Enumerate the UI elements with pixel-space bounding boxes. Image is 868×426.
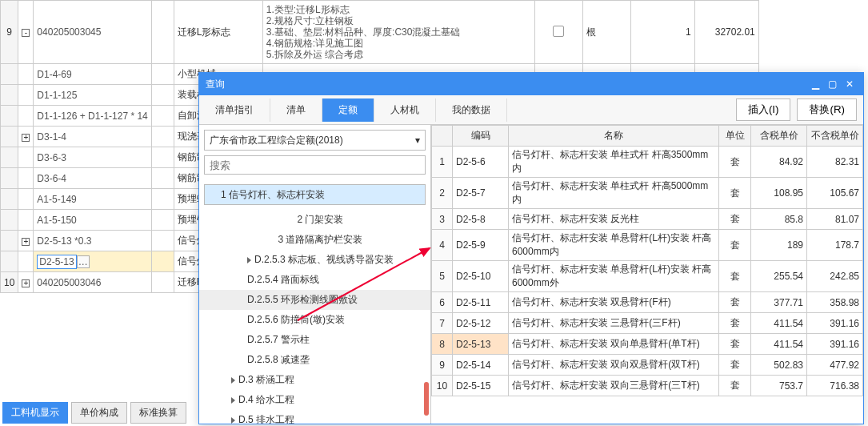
col-header[interactable]: 含税单价 bbox=[751, 126, 807, 147]
modal-tabs: 清单指引 清单 定额 人材机 我的数据 插入(I) 替换(R) bbox=[199, 95, 863, 125]
expand-arrow-icon bbox=[247, 257, 251, 263]
col-header[interactable]: 编码 bbox=[453, 126, 509, 147]
tree-item[interactable]: D.4 给水工程 bbox=[199, 390, 430, 410]
tree-item[interactable]: D.5 排水工程 bbox=[199, 410, 430, 424]
collapse-icon[interactable]: - bbox=[22, 29, 30, 37]
tab-rcj[interactable]: 人材机 bbox=[374, 98, 436, 122]
result-row[interactable]: 6D2-5-11信号灯杆、标志杆安装 双悬臂杆(F杆)套377.71358.98 bbox=[432, 292, 863, 313]
col-header[interactable]: 单位 bbox=[719, 126, 751, 147]
code-input[interactable]: D2-5-13 bbox=[37, 255, 76, 269]
expand-arrow-icon bbox=[231, 377, 235, 384]
tree-item[interactable]: D.2.5.6 防撞筒(墩)安装 bbox=[199, 310, 430, 330]
main-row[interactable]: 9-040205003045迁移L形标志1.类型:迁移L形标志 2.规格尺寸:立… bbox=[1, 1, 759, 64]
scroll-indicator bbox=[424, 382, 429, 416]
tab-djgc[interactable]: 单价构成 bbox=[71, 402, 127, 424]
insert-button[interactable]: 插入(I) bbox=[736, 98, 791, 121]
result-row[interactable]: 2D2-5-7信号灯杆、标志杆安装 单柱式杆 杆高5000mm内套108.951… bbox=[432, 178, 863, 209]
result-grid[interactable]: 编码名称单位含税单价不含税单价 1D2-5-6信号灯杆、标志杆安装 单柱式杆 杆… bbox=[431, 125, 863, 396]
replace-button[interactable]: 替换(R) bbox=[797, 98, 857, 121]
expand-icon[interactable]: + bbox=[22, 238, 30, 246]
result-row[interactable]: 9D2-5-14信号灯杆、标志杆安装 双向双悬臂杆(双T杆)套502.83477… bbox=[432, 355, 863, 376]
norm-select[interactable]: 广东省市政工程综合定额(2018) ▾ bbox=[204, 130, 426, 151]
close-icon[interactable]: ✕ bbox=[842, 78, 857, 90]
dialog-title: 查询 bbox=[206, 78, 225, 91]
expand-arrow-icon bbox=[231, 417, 235, 424]
tree-item[interactable]: D.2.5.8 减速垄 bbox=[199, 350, 430, 370]
tree-panel: 广东省市政工程综合定额(2018) ▾ 1 信号灯杆、标志杆安装2 门架安装3 … bbox=[199, 125, 431, 424]
tab-mydata[interactable]: 我的数据 bbox=[436, 98, 507, 122]
tab-qd[interactable]: 清单 bbox=[270, 98, 322, 122]
dialog-titlebar[interactable]: 查询 ▁ ▢ ✕ bbox=[199, 73, 863, 95]
expand-arrow-icon bbox=[231, 397, 235, 404]
minimize-icon[interactable]: ▁ bbox=[808, 78, 822, 90]
norm-select-label: 广东省市政工程综合定额(2018) bbox=[210, 134, 343, 147]
checkbox[interactable] bbox=[553, 26, 564, 37]
result-panel: 编码名称单位含税单价不含税单价 1D2-5-6信号灯杆、标志杆安装 单柱式杆 杆… bbox=[431, 125, 863, 424]
tree-item[interactable]: 2 门架安装 bbox=[199, 210, 430, 230]
tab-de[interactable]: 定额 bbox=[322, 98, 374, 122]
tab-bzhs[interactable]: 标准换算 bbox=[130, 402, 186, 424]
tree-item[interactable]: D.3 桥涵工程 bbox=[199, 370, 430, 390]
expand-icon[interactable]: + bbox=[22, 134, 30, 142]
result-row[interactable]: 3D2-5-8信号灯杆、标志杆安装 反光柱套85.881.07 bbox=[432, 209, 863, 230]
expand-icon[interactable]: + bbox=[22, 279, 30, 287]
category-tree[interactable]: 1 信号灯杆、标志杆安装2 门架安装3 道路隔离护栏安装D.2.5.3 标志板、… bbox=[199, 178, 430, 424]
tab-gljxs[interactable]: 工料机显示 bbox=[2, 402, 68, 424]
col-header[interactable] bbox=[432, 126, 453, 147]
query-dialog: 查询 ▁ ▢ ✕ 清单指引 清单 定额 人材机 我的数据 插入(I) 替换(R)… bbox=[198, 72, 864, 424]
result-row[interactable]: 8D2-5-13信号灯杆、标志杆安装 双向单悬臂杆(单T杆)套411.54391… bbox=[432, 334, 863, 355]
tree-item[interactable]: 1 信号灯杆、标志杆安装 bbox=[204, 184, 426, 205]
tree-item[interactable]: 3 道路隔离护栏安装 bbox=[199, 230, 430, 250]
tab-qdzy[interactable]: 清单指引 bbox=[199, 98, 270, 122]
result-row[interactable]: 7D2-5-12信号灯杆、标志杆安装 三悬臂杆(三F杆)套411.54391.1… bbox=[432, 313, 863, 334]
col-header[interactable]: 不含税单价 bbox=[807, 126, 863, 147]
tree-item[interactable]: D.2.5.7 警示柱 bbox=[199, 330, 430, 350]
tree-item[interactable]: D.2.5.4 路面标线 bbox=[199, 270, 430, 290]
tree-item[interactable]: D.2.5.3 标志板、视线诱导器安装 bbox=[199, 250, 430, 270]
chevron-down-icon: ▾ bbox=[415, 135, 420, 146]
result-row[interactable]: 1D2-5-6信号灯杆、标志杆安装 单柱式杆 杆高3500mm内套84.9282… bbox=[432, 147, 863, 178]
col-header[interactable]: 名称 bbox=[509, 126, 719, 147]
bottom-tabs: 工料机显示 单价构成 标准换算 bbox=[2, 402, 186, 424]
result-row[interactable]: 5D2-5-10信号灯杆、标志杆安装 单悬臂杆(L杆)安装 杆高6000mm外套… bbox=[432, 261, 863, 292]
more-icon[interactable]: … bbox=[77, 255, 90, 268]
tree-item[interactable]: D.2.5.5 环形检测线圈敷设 bbox=[199, 290, 430, 310]
maximize-icon[interactable]: ▢ bbox=[826, 78, 840, 90]
search-input[interactable] bbox=[204, 155, 426, 175]
result-row[interactable]: 10D2-5-15信号灯杆、标志杆安装 双向三悬臂杆(三T杆)套753.7716… bbox=[432, 376, 863, 396]
result-row[interactable]: 4D2-5-9信号灯杆、标志杆安装 单悬臂杆(L杆)安装 杆高6000mm内套1… bbox=[432, 230, 863, 261]
